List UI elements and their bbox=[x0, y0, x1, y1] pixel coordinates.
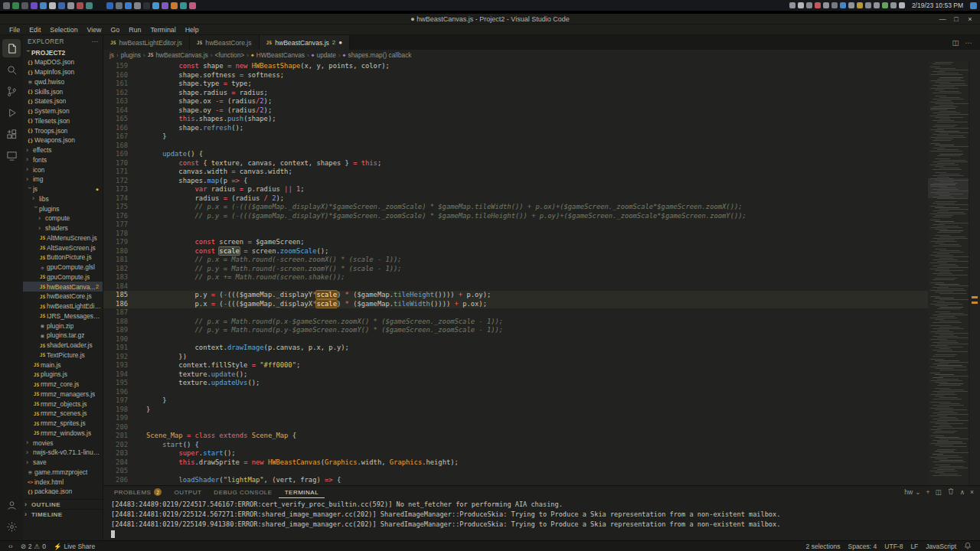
tree-item-plugins[interactable]: ›plugins bbox=[23, 204, 103, 214]
tree-item-gpucompute-glsl[interactable]: ◇gpuCompute.glsl bbox=[23, 262, 103, 272]
panel-tab-terminal[interactable]: TERMINAL bbox=[279, 486, 325, 498]
menu-terminal[interactable]: Terminal bbox=[145, 26, 180, 34]
menu-go[interactable]: Go bbox=[106, 26, 124, 34]
taskbar-tray-icon[interactable] bbox=[865, 2, 871, 8]
tree-item-index-html[interactable]: <>index.html bbox=[23, 477, 103, 487]
tree-item-rmmz-windows-js[interactable]: JSrmmz_windows.js bbox=[23, 429, 103, 439]
window-controls[interactable]: —□× bbox=[936, 14, 977, 24]
more-actions-icon[interactable]: ⋯ bbox=[965, 38, 973, 47]
tab-hwbeastcore-js[interactable]: JShwBeastCore.js bbox=[190, 35, 260, 50]
tree-item-hwbeastlighteditor-js[interactable]: JShwBeastLightEditor.js bbox=[23, 302, 103, 311]
language-mode[interactable]: JavaScript bbox=[922, 543, 960, 550]
line-number[interactable]: 172 bbox=[103, 177, 140, 186]
tab-hwbeastcanvas-js[interactable]: JShwBeastCanvas.js2● bbox=[260, 35, 350, 50]
os-taskbar[interactable]: 2/19/23 10:53 PM bbox=[0, 0, 980, 11]
tree-item-shaderloader-js[interactable]: JSshaderLoader.js bbox=[23, 341, 103, 350]
more-actions-icon[interactable]: ⋯ bbox=[91, 37, 98, 45]
section-timeline[interactable]: ›TIMELINE bbox=[23, 509, 103, 519]
dirty-indicator-icon[interactable]: ● bbox=[338, 39, 342, 46]
breadcrumb-item-js[interactable]: js bbox=[109, 51, 114, 59]
tree-item-main-js[interactable]: JSmain.js bbox=[23, 360, 103, 370]
account-icon[interactable] bbox=[2, 496, 21, 514]
breadcrumb-item-plugins[interactable]: plugins bbox=[121, 51, 141, 59]
line-number[interactable]: 197 bbox=[103, 396, 140, 406]
taskbar-tray-icon[interactable] bbox=[798, 2, 804, 8]
menu-selection[interactable]: Selection bbox=[45, 26, 82, 34]
line-number[interactable]: 160 bbox=[103, 71, 140, 80]
line-number[interactable]: 159 bbox=[103, 62, 140, 71]
close-button[interactable]: × bbox=[963, 15, 977, 23]
taskbar-tray-icon[interactable] bbox=[882, 2, 888, 8]
line-number[interactable]: 174 bbox=[103, 194, 140, 204]
tree-item-system-json[interactable]: {}System.json bbox=[23, 106, 103, 116]
tree-item-textpicture-js[interactable]: JSTextPicture.js bbox=[23, 350, 103, 360]
terminal-profile-select[interactable]: hw⌄ bbox=[904, 488, 920, 496]
minimize-button[interactable]: — bbox=[936, 15, 949, 23]
tree-item-troops-json[interactable]: {}Troops.json bbox=[23, 126, 103, 135]
panel-tab-debug-console[interactable]: DEBUG CONSOLE bbox=[207, 486, 278, 498]
tree-item-skills-json[interactable]: {}Skills.json bbox=[23, 86, 103, 96]
line-number[interactable]: 175 bbox=[103, 203, 140, 212]
taskbar-app-icon[interactable] bbox=[58, 2, 65, 9]
tree-item-package-json[interactable]: {}package.json bbox=[23, 487, 103, 494]
overview-ruler[interactable] bbox=[969, 60, 980, 485]
line-number[interactable]: 182 bbox=[103, 265, 140, 274]
line-number[interactable]: 171 bbox=[103, 168, 140, 177]
new-terminal-icon[interactable]: + bbox=[926, 488, 930, 496]
taskbar-tray-icon[interactable] bbox=[840, 2, 846, 8]
tree-item-compute[interactable]: ›compute bbox=[23, 214, 103, 223]
menu-help[interactable]: Help bbox=[181, 26, 204, 34]
tree-item-plugins-js[interactable]: JSplugins.js bbox=[23, 370, 103, 380]
line-number[interactable]: 184 bbox=[103, 282, 140, 292]
tree-item-hwbeastcore-js[interactable]: JShwBeastCore.js bbox=[23, 292, 103, 302]
taskbar-app-icon[interactable] bbox=[31, 2, 38, 9]
line-number[interactable]: 179 bbox=[103, 238, 140, 247]
panel-tab-output[interactable]: OUTPUT bbox=[168, 486, 207, 498]
taskbar-tray-icon[interactable] bbox=[890, 2, 897, 8]
remote-indicator[interactable]: ‹› bbox=[5, 543, 17, 550]
line-number[interactable]: 203 bbox=[103, 449, 140, 458]
line-number[interactable]: 201 bbox=[103, 432, 140, 441]
panel-tab-problems[interactable]: PROBLEMS2 bbox=[108, 486, 168, 498]
line-number[interactable]: 166 bbox=[103, 124, 140, 133]
line-number[interactable]: 178 bbox=[103, 230, 140, 239]
line-number[interactable]: 180 bbox=[103, 247, 140, 256]
breadcrumb-item-hwbeastcanvas[interactable]: ◆HWBeastCanvas bbox=[251, 51, 305, 59]
taskbar-launcher-icon[interactable] bbox=[180, 2, 187, 9]
live-share-button[interactable]: ⚡ Live Share bbox=[50, 543, 99, 550]
taskbar-launcher-icon[interactable] bbox=[134, 2, 141, 9]
project-section-header[interactable]: › PROJECT2 bbox=[23, 47, 103, 57]
run-debug-icon[interactable] bbox=[2, 103, 21, 122]
tree-item-shaders[interactable]: ›shaders bbox=[23, 223, 103, 233]
breadcrumb-item-hwbeastcanvas-js[interactable]: JShwBeastCanvas.js bbox=[148, 51, 208, 59]
tree-item-effects[interactable]: ›effects bbox=[23, 145, 103, 155]
taskbar-app-icon[interactable] bbox=[67, 2, 74, 9]
taskbar-launcher-icon[interactable] bbox=[106, 2, 113, 9]
menu-view[interactable]: View bbox=[83, 26, 106, 34]
tree-item-rmmz-sprites-js[interactable]: JSrmmz_sprites.js bbox=[23, 419, 103, 429]
split-editor-icon[interactable]: ◫ bbox=[952, 38, 959, 47]
line-number[interactable]: 189 bbox=[103, 326, 140, 335]
tree-item-qwd-hwiso[interactable]: ▤qwd.hwiso bbox=[23, 77, 103, 87]
line-number[interactable]: 202 bbox=[103, 441, 140, 450]
menu-run[interactable]: Run bbox=[124, 26, 145, 34]
breadcrumb[interactable]: js›plugins›JShwBeastCanvas.js›<function>… bbox=[103, 50, 980, 60]
tree-item-libs[interactable]: ›libs bbox=[23, 194, 103, 204]
taskbar-end-icon[interactable] bbox=[970, 2, 977, 9]
line-number[interactable]: 185 bbox=[103, 291, 140, 300]
settings-icon[interactable] bbox=[2, 517, 21, 536]
split-terminal-icon[interactable]: ◫ bbox=[936, 488, 942, 496]
taskbar-app-icon[interactable] bbox=[49, 2, 56, 9]
taskbar-tray-icon[interactable] bbox=[831, 2, 838, 8]
explorer-icon[interactable] bbox=[2, 39, 21, 57]
line-number[interactable]: 193 bbox=[103, 361, 140, 370]
tree-item-rmmz-core-js[interactable]: JSrmmz_core.js bbox=[23, 380, 103, 390]
line-number[interactable]: 192 bbox=[103, 353, 140, 362]
line-number[interactable]: 195 bbox=[103, 379, 140, 388]
tree-item-rmmz-objects-js[interactable]: JSrmmz_objects.js bbox=[23, 399, 103, 409]
tree-item-fonts[interactable]: ›fonts bbox=[23, 155, 103, 165]
line-number[interactable]: 177 bbox=[103, 220, 140, 230]
indentation-status[interactable]: Spaces: 4 bbox=[844, 543, 880, 550]
taskbar-app-icon[interactable] bbox=[86, 2, 93, 9]
line-number[interactable]: 168 bbox=[103, 142, 140, 151]
